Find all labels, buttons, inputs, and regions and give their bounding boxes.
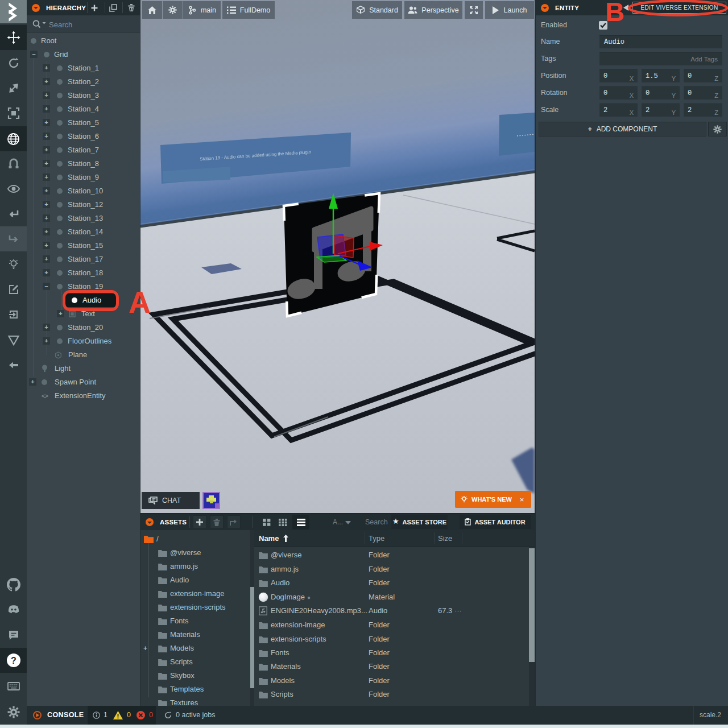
svg-text:?: ? <box>11 656 16 665</box>
